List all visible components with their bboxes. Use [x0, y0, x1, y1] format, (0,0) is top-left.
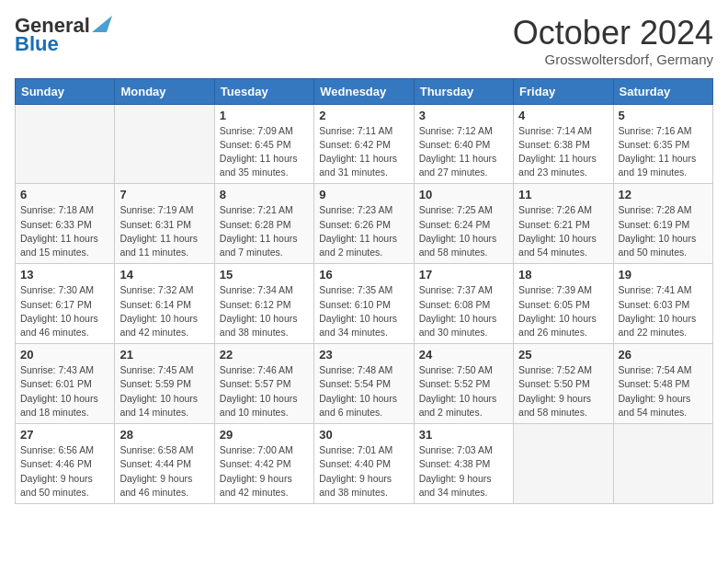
calendar-cell: 21Sunrise: 7:45 AMSunset: 5:59 PMDayligh…	[115, 344, 214, 424]
calendar-cell	[514, 424, 613, 504]
calendar-cell: 12Sunrise: 7:28 AMSunset: 6:19 PMDayligh…	[613, 184, 712, 264]
day-number: 2	[319, 109, 408, 122]
month-title: October 2024	[513, 15, 713, 52]
logo-text-blue: Blue	[15, 33, 112, 55]
day-number: 31	[419, 428, 508, 442]
title-area: October 2024 Grosswoltersdorf, Germany	[513, 15, 713, 67]
calendar-cell: 10Sunrise: 7:25 AMSunset: 6:24 PMDayligh…	[414, 184, 513, 264]
calendar-table: SundayMondayTuesdayWednesdayThursdayFrid…	[15, 78, 713, 504]
day-detail: Sunrise: 7:48 AMSunset: 5:54 PMDaylight:…	[319, 363, 408, 419]
day-detail: Sunrise: 7:43 AMSunset: 6:01 PMDaylight:…	[20, 363, 109, 419]
day-number: 3	[419, 109, 508, 122]
logo: General Blue	[15, 15, 112, 55]
day-detail: Sunrise: 6:58 AMSunset: 4:44 PMDaylight:…	[119, 443, 209, 500]
calendar-cell: 13Sunrise: 7:30 AMSunset: 6:17 PMDayligh…	[16, 264, 115, 344]
day-number: 1	[220, 109, 309, 122]
calendar-cell: 24Sunrise: 7:50 AMSunset: 5:52 PMDayligh…	[414, 344, 513, 424]
day-number: 18	[518, 268, 608, 282]
day-detail: Sunrise: 6:56 AMSunset: 4:46 PMDaylight:…	[20, 443, 109, 500]
calendar-cell: 23Sunrise: 7:48 AMSunset: 5:54 PMDayligh…	[314, 344, 414, 424]
day-number: 11	[518, 188, 608, 201]
calendar-cell: 3Sunrise: 7:12 AMSunset: 6:40 PMDaylight…	[414, 104, 513, 184]
calendar-cell: 20Sunrise: 7:43 AMSunset: 6:01 PMDayligh…	[16, 344, 115, 424]
day-detail: Sunrise: 7:18 AMSunset: 6:33 PMDaylight:…	[20, 203, 109, 259]
calendar-cell: 15Sunrise: 7:34 AMSunset: 6:12 PMDayligh…	[214, 264, 313, 344]
calendar-cell: 30Sunrise: 7:01 AMSunset: 4:40 PMDayligh…	[314, 424, 414, 504]
page-header: General Blue October 2024 Grosswoltersdo…	[15, 15, 713, 67]
day-number: 20	[20, 348, 109, 362]
header-sunday: Sunday	[16, 78, 115, 104]
calendar-header-row: SundayMondayTuesdayWednesdayThursdayFrid…	[16, 78, 713, 104]
day-number: 12	[619, 188, 708, 201]
calendar-cell: 9Sunrise: 7:23 AMSunset: 6:26 PMDaylight…	[314, 184, 414, 264]
header-friday: Friday	[514, 78, 613, 104]
calendar-cell: 11Sunrise: 7:26 AMSunset: 6:21 PMDayligh…	[514, 184, 613, 264]
calendar-cell	[16, 104, 115, 184]
day-detail: Sunrise: 7:14 AMSunset: 6:38 PMDaylight:…	[518, 124, 608, 180]
day-number: 7	[119, 188, 209, 201]
day-number: 15	[220, 268, 309, 282]
calendar-cell: 25Sunrise: 7:52 AMSunset: 5:50 PMDayligh…	[514, 344, 613, 424]
calendar-cell: 26Sunrise: 7:54 AMSunset: 5:48 PMDayligh…	[613, 344, 712, 424]
calendar-cell: 31Sunrise: 7:03 AMSunset: 4:38 PMDayligh…	[414, 424, 513, 504]
calendar-cell: 7Sunrise: 7:19 AMSunset: 6:31 PMDaylight…	[115, 184, 214, 264]
day-detail: Sunrise: 7:25 AMSunset: 6:24 PMDaylight:…	[419, 203, 508, 259]
day-detail: Sunrise: 7:00 AMSunset: 4:42 PMDaylight:…	[220, 443, 309, 500]
day-detail: Sunrise: 7:19 AMSunset: 6:31 PMDaylight:…	[119, 203, 209, 259]
day-detail: Sunrise: 7:23 AMSunset: 6:26 PMDaylight:…	[319, 203, 408, 259]
header-thursday: Thursday	[414, 78, 513, 104]
week-row-1: 6Sunrise: 7:18 AMSunset: 6:33 PMDaylight…	[16, 184, 713, 264]
calendar-cell: 8Sunrise: 7:21 AMSunset: 6:28 PMDaylight…	[214, 184, 313, 264]
day-number: 22	[220, 348, 309, 362]
calendar-cell: 18Sunrise: 7:39 AMSunset: 6:05 PMDayligh…	[514, 264, 613, 344]
day-number: 17	[419, 268, 508, 282]
header-tuesday: Tuesday	[214, 78, 313, 104]
calendar-cell: 2Sunrise: 7:11 AMSunset: 6:42 PMDaylight…	[314, 104, 414, 184]
day-detail: Sunrise: 7:45 AMSunset: 5:59 PMDaylight:…	[119, 363, 209, 419]
calendar-cell: 6Sunrise: 7:18 AMSunset: 6:33 PMDaylight…	[16, 184, 115, 264]
day-detail: Sunrise: 7:34 AMSunset: 6:12 PMDaylight:…	[220, 283, 309, 339]
day-number: 16	[319, 268, 408, 282]
day-number: 13	[20, 268, 109, 282]
calendar-cell	[115, 104, 214, 184]
calendar-cell: 19Sunrise: 7:41 AMSunset: 6:03 PMDayligh…	[613, 264, 712, 344]
day-number: 23	[319, 348, 408, 362]
calendar-cell: 29Sunrise: 7:00 AMSunset: 4:42 PMDayligh…	[214, 424, 313, 504]
day-detail: Sunrise: 7:32 AMSunset: 6:14 PMDaylight:…	[119, 283, 209, 339]
svg-marker-0	[92, 16, 112, 32]
day-number: 5	[619, 109, 708, 122]
day-number: 8	[220, 188, 309, 201]
day-detail: Sunrise: 7:01 AMSunset: 4:40 PMDaylight:…	[319, 443, 408, 500]
calendar-cell: 1Sunrise: 7:09 AMSunset: 6:45 PMDaylight…	[214, 104, 313, 184]
calendar-cell	[613, 424, 712, 504]
day-number: 9	[319, 188, 408, 201]
logo-bird-icon	[92, 16, 112, 32]
day-detail: Sunrise: 7:46 AMSunset: 5:57 PMDaylight:…	[220, 363, 309, 419]
day-detail: Sunrise: 7:26 AMSunset: 6:21 PMDaylight:…	[518, 203, 608, 259]
day-detail: Sunrise: 7:30 AMSunset: 6:17 PMDaylight:…	[20, 283, 109, 339]
day-number: 4	[518, 109, 608, 122]
day-number: 28	[119, 428, 209, 442]
day-detail: Sunrise: 7:41 AMSunset: 6:03 PMDaylight:…	[619, 283, 708, 339]
day-detail: Sunrise: 7:28 AMSunset: 6:19 PMDaylight:…	[619, 203, 708, 259]
day-number: 26	[619, 348, 708, 362]
day-detail: Sunrise: 7:21 AMSunset: 6:28 PMDaylight:…	[220, 203, 309, 259]
day-number: 21	[119, 348, 209, 362]
day-number: 24	[419, 348, 508, 362]
calendar-cell: 4Sunrise: 7:14 AMSunset: 6:38 PMDaylight…	[514, 104, 613, 184]
location: Grosswoltersdorf, Germany	[513, 52, 713, 67]
day-detail: Sunrise: 7:50 AMSunset: 5:52 PMDaylight:…	[419, 363, 508, 419]
day-detail: Sunrise: 7:37 AMSunset: 6:08 PMDaylight:…	[419, 283, 508, 339]
day-number: 19	[619, 268, 708, 282]
header-monday: Monday	[115, 78, 214, 104]
day-number: 27	[20, 428, 109, 442]
day-number: 30	[319, 428, 408, 442]
day-detail: Sunrise: 7:52 AMSunset: 5:50 PMDaylight:…	[518, 363, 608, 419]
calendar-cell: 16Sunrise: 7:35 AMSunset: 6:10 PMDayligh…	[314, 264, 414, 344]
day-detail: Sunrise: 7:16 AMSunset: 6:35 PMDaylight:…	[619, 124, 708, 180]
week-row-3: 20Sunrise: 7:43 AMSunset: 6:01 PMDayligh…	[16, 344, 713, 424]
day-number: 10	[419, 188, 508, 201]
calendar-cell: 14Sunrise: 7:32 AMSunset: 6:14 PMDayligh…	[115, 264, 214, 344]
day-number: 29	[220, 428, 309, 442]
day-number: 14	[119, 268, 209, 282]
